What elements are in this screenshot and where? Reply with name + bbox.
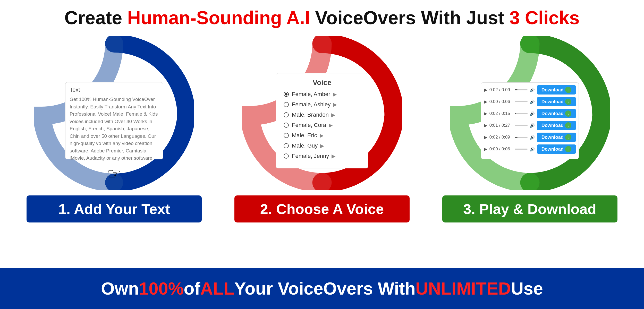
row-dl-arrow-1: ↓ bbox=[565, 99, 571, 105]
row-play-icon-5[interactable]: ▶ bbox=[484, 146, 487, 152]
voice-label-2: Male, Brandon bbox=[292, 111, 329, 118]
header-part4: 3 Clicks bbox=[510, 7, 580, 28]
voice-label-5: Male, Guy bbox=[292, 142, 318, 149]
row-play-icon-4[interactable]: ▶ bbox=[484, 134, 487, 140]
row-vol-icon-3[interactable]: 🔊 bbox=[530, 123, 535, 128]
row-play-icon-2[interactable]: ▶ bbox=[484, 111, 487, 116]
row-dl-arrow-3: ↓ bbox=[565, 122, 571, 128]
voice-radio-6[interactable] bbox=[284, 153, 289, 159]
download-row-5: ▶0:00 / 0:06🔊Download↓ bbox=[484, 144, 576, 154]
voice-option-2[interactable]: Male, Brandon▶ bbox=[284, 111, 360, 118]
row-progress-bg-0 bbox=[515, 89, 528, 90]
voice-play-btn-2[interactable]: ▶ bbox=[331, 112, 335, 118]
row-vol-icon-5[interactable]: 🔊 bbox=[530, 147, 535, 152]
header-part2: Human-Sounding A.I bbox=[127, 7, 310, 28]
text-input-card: Text Get 100% Human-Sounding VoiceOver I… bbox=[65, 82, 163, 159]
col1-visual: Text Get 100% Human-Sounding VoiceOver I… bbox=[34, 36, 194, 190]
banner-part6: UNLIMITED bbox=[416, 278, 511, 298]
voice-label-3: Female, Cora bbox=[292, 122, 326, 128]
row-download-btn-0[interactable]: Download↓ bbox=[537, 85, 576, 95]
voice-radio-1[interactable] bbox=[284, 102, 289, 107]
row-progress-bg-2 bbox=[515, 113, 528, 114]
row-play-icon-1[interactable]: ▶ bbox=[484, 99, 487, 105]
download-rows-list: ▶0:02 / 0:09🔊Download↓▶0:00 / 0:06🔊Downl… bbox=[484, 85, 576, 154]
voice-play-btn-4[interactable]: ▶ bbox=[320, 132, 324, 139]
row-time-3: 0:01 / 0:27 bbox=[489, 123, 513, 128]
voice-label-6: Female, Jenny bbox=[292, 153, 329, 159]
step1-label: 1. Add Your Text bbox=[27, 195, 202, 222]
download-row-4: ▶0:02 / 0:09🔊Download↓ bbox=[484, 133, 576, 142]
row-download-btn-5[interactable]: Download↓ bbox=[537, 144, 576, 154]
download-list-card: ▶0:02 / 0:09🔊Download↓▶0:00 / 0:06🔊Downl… bbox=[481, 82, 579, 159]
voice-play-btn-6[interactable]: ▶ bbox=[332, 153, 335, 159]
bottom-banner: Own 100% of ALL Your VoiceOvers With UNL… bbox=[0, 268, 644, 309]
voice-play-btn-3[interactable]: ▶ bbox=[329, 122, 333, 128]
banner-part4: ALL bbox=[200, 278, 234, 298]
download-row-0: ▶0:02 / 0:09🔊Download↓ bbox=[484, 85, 576, 95]
voice-radio-2[interactable] bbox=[284, 112, 289, 117]
row-play-icon-0[interactable]: ▶ bbox=[484, 87, 487, 93]
banner-part1: Own bbox=[101, 278, 139, 298]
row-time-2: 0:02 / 0:15 bbox=[489, 111, 513, 116]
column-add-text: Text Get 100% Human-Sounding VoiceOver I… bbox=[14, 36, 215, 222]
download-row-3: ▶0:01 / 0:27🔊Download↓ bbox=[484, 121, 576, 130]
row-time-1: 0:00 / 0:06 bbox=[489, 99, 513, 104]
main-container: Create Human-Sounding A.I VoiceOvers Wit… bbox=[0, 0, 644, 309]
row-vol-icon-1[interactable]: 🔊 bbox=[530, 99, 535, 104]
banner-part7: Use bbox=[511, 278, 543, 298]
col2-visual: Voice Female, Amber▶Female, Ashley▶Male,… bbox=[242, 36, 402, 190]
row-progress-fill-3 bbox=[515, 125, 515, 126]
row-dl-arrow-4: ↓ bbox=[565, 134, 571, 140]
download-row-1: ▶0:00 / 0:06🔊Download↓ bbox=[484, 97, 576, 106]
row-download-btn-2[interactable]: Download↓ bbox=[537, 109, 576, 118]
header-part3: VoiceOvers With Just bbox=[310, 7, 509, 28]
voice-option-4[interactable]: Male, Eric▶ bbox=[284, 132, 360, 139]
header-part1: Create bbox=[64, 7, 127, 28]
voice-option-5[interactable]: Male, Guy▶ bbox=[284, 142, 360, 149]
row-play-icon-3[interactable]: ▶ bbox=[484, 123, 487, 128]
step3-label: 3. Play & Download bbox=[442, 195, 617, 222]
voice-label-0: Female, Amber bbox=[292, 91, 330, 98]
voice-radio-3[interactable] bbox=[284, 123, 289, 128]
row-dl-arrow-2: ↓ bbox=[565, 110, 571, 117]
banner-part5: Your VoiceOvers With bbox=[234, 278, 416, 298]
row-vol-icon-2[interactable]: 🔊 bbox=[530, 111, 535, 116]
row-dl-arrow-5: ↓ bbox=[565, 146, 571, 152]
row-progress-fill-2 bbox=[515, 113, 516, 114]
voice-play-btn-0[interactable]: ▶ bbox=[333, 91, 337, 97]
voice-option-0[interactable]: Female, Amber▶ bbox=[284, 91, 360, 98]
row-progress-bg-4 bbox=[515, 137, 528, 138]
row-download-btn-3[interactable]: Download↓ bbox=[537, 121, 576, 130]
voice-play-btn-1[interactable]: ▶ bbox=[333, 101, 337, 108]
banner-part2: 100% bbox=[139, 278, 184, 298]
step2-label: 2. Choose A Voice bbox=[234, 195, 410, 222]
row-vol-icon-4[interactable]: 🔊 bbox=[530, 135, 535, 140]
page-header: Create Human-Sounding A.I VoiceOvers Wit… bbox=[0, 0, 644, 33]
col3-visual: ▶0:02 / 0:09🔊Download↓▶0:00 / 0:06🔊Downl… bbox=[450, 36, 610, 190]
cursor-icon: ☞ bbox=[70, 165, 159, 183]
voice-selection-card: Voice Female, Amber▶Female, Ashley▶Male,… bbox=[276, 73, 368, 168]
row-progress-bg-1 bbox=[515, 101, 528, 102]
row-download-btn-4[interactable]: Download↓ bbox=[537, 133, 576, 142]
text-card-label: Text bbox=[70, 87, 159, 93]
row-download-btn-1[interactable]: Download↓ bbox=[537, 97, 576, 106]
voice-option-1[interactable]: Female, Ashley▶ bbox=[284, 101, 360, 108]
voice-label-1: Female, Ashley bbox=[292, 101, 331, 108]
row-time-5: 0:00 / 0:06 bbox=[489, 147, 513, 152]
row-dl-arrow-0: ↓ bbox=[565, 87, 571, 93]
voice-option-3[interactable]: Female, Cora▶ bbox=[284, 122, 360, 128]
column-choose-voice: Voice Female, Amber▶Female, Ashley▶Male,… bbox=[222, 36, 422, 222]
voice-radio-5[interactable] bbox=[284, 143, 289, 148]
voice-play-btn-5[interactable]: ▶ bbox=[320, 143, 324, 149]
voice-card-title: Voice bbox=[284, 79, 360, 87]
voice-radio-4[interactable] bbox=[284, 133, 289, 138]
row-progress-fill-4 bbox=[515, 137, 518, 138]
row-progress-bg-5 bbox=[515, 149, 528, 150]
text-card-content: Get 100% Human-Sounding VoiceOver Instan… bbox=[70, 96, 159, 162]
voice-radio-0[interactable] bbox=[284, 92, 289, 97]
column-play-download: ▶0:02 / 0:09🔊Download↓▶0:00 / 0:06🔊Downl… bbox=[429, 36, 630, 222]
voice-option-6[interactable]: Female, Jenny▶ bbox=[284, 153, 360, 159]
voice-label-4: Male, Eric bbox=[292, 132, 317, 139]
banner-part3: of bbox=[184, 278, 200, 298]
row-vol-icon-0[interactable]: 🔊 bbox=[530, 88, 535, 92]
